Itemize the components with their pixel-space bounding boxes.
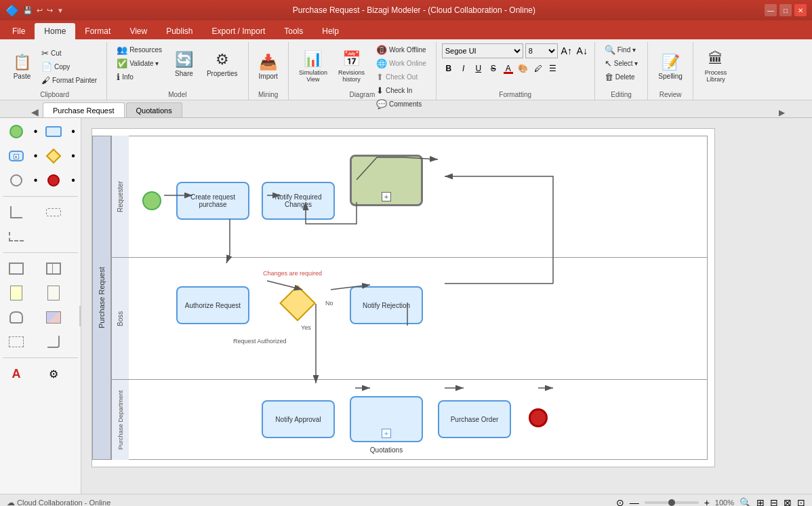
shape-circle[interactable]: [7, 171, 26, 190]
task-create-request[interactable]: Create request purchase: [176, 182, 249, 220]
bold-button[interactable]: B: [442, 62, 455, 75]
font-size-selector[interactable]: 8: [525, 43, 558, 58]
work-online-button[interactable]: 🌐 Work Online: [372, 57, 430, 70]
tab-publish[interactable]: Publish: [157, 23, 202, 39]
spelling-button[interactable]: 📝 Spelling: [653, 43, 687, 90]
shape-cylinder[interactable]: [7, 308, 26, 327]
font-selector[interactable]: Segoe UI: [442, 43, 523, 58]
zoom-slider[interactable]: [645, 501, 699, 504]
view-actual-button[interactable]: ⊞: [756, 497, 765, 507]
maximize-button[interactable]: □: [779, 4, 792, 16]
view-grid-button[interactable]: ⊠: [784, 497, 792, 507]
info-button[interactable]: ℹ Info: [113, 71, 166, 83]
shape-grid-table[interactable]: [44, 259, 63, 278]
statusbar: ☁ Cloud Collaboration - Online ⊙ — + 100…: [0, 494, 812, 506]
view-page-button[interactable]: ⊟: [770, 497, 778, 507]
format-painter-button[interactable]: 🖌 Format Painter: [37, 74, 101, 87]
lane-label-boss: Boss: [111, 258, 129, 379]
shape-corner-flow[interactable]: [7, 203, 26, 222]
subprocess-top[interactable]: +: [350, 155, 423, 206]
doc-tab-purchase-request[interactable]: Purchase Request: [43, 102, 125, 117]
sidebar-separator-1: [3, 196, 78, 197]
delete-button[interactable]: 🗑 Delete: [601, 71, 643, 83]
border-color-button[interactable]: 🖊: [531, 62, 545, 75]
sidebar: ◀ • • + • •: [0, 118, 81, 494]
close-button[interactable]: ✕: [794, 4, 807, 16]
tab-export-import[interactable]: Export / Import: [203, 23, 275, 39]
check-out-button[interactable]: ⬆ Check Out: [372, 71, 430, 83]
subprocess-quotations[interactable]: +: [350, 396, 423, 442]
shape-text-A[interactable]: A: [7, 364, 26, 383]
shape-note[interactable]: [7, 284, 26, 303]
tab-file[interactable]: File: [3, 23, 35, 39]
shape-start-event[interactable]: [7, 122, 26, 141]
task-notify-required[interactable]: Notify Required Changes: [262, 182, 335, 220]
font-color-button[interactable]: A: [502, 62, 515, 75]
font-grow-button[interactable]: A↑: [560, 44, 573, 58]
zoom-out-button[interactable]: —: [630, 497, 639, 507]
tab-scroll-right[interactable]: ▶: [779, 108, 785, 117]
sidebar-separator-3: [3, 357, 78, 358]
shape-image[interactable]: [44, 308, 63, 327]
start-event[interactable]: [142, 191, 161, 210]
font-shrink-button[interactable]: A↓: [575, 44, 589, 58]
ribbon-group-formatting: Segoe UI 8 A↑ A↓ B I U S A 🎨 🖊 ☰ Formatt…: [437, 42, 595, 100]
shape-paper[interactable]: [44, 284, 63, 303]
doc-tab-quotations[interactable]: Quotations: [126, 102, 182, 117]
shape-task[interactable]: [44, 122, 63, 141]
view-layout-button[interactable]: ⊡: [797, 497, 805, 507]
task-notify-approval[interactable]: Notify Approval: [262, 400, 335, 438]
fill-color-button[interactable]: 🎨: [516, 62, 530, 75]
work-offline-button[interactable]: 📵 Work Offline: [372, 43, 430, 56]
label-changes-required: Changes are required: [263, 270, 322, 277]
resources-button[interactable]: 👥 Resources: [113, 43, 166, 56]
strikethrough-button[interactable]: S: [487, 62, 500, 75]
properties-button[interactable]: ⚙ Properties: [202, 43, 243, 84]
tab-format[interactable]: Format: [75, 23, 120, 39]
window-controls[interactable]: — □ ✕: [765, 4, 807, 16]
tab-home[interactable]: Home: [35, 23, 75, 39]
find-button[interactable]: 🔍 Find ▾: [601, 43, 643, 56]
process-library-button[interactable]: 🏛 ProcessLibrary: [699, 43, 733, 90]
revisions-history-button[interactable]: 📅 Revisionshistory: [333, 43, 369, 90]
tab-tools[interactable]: Tools: [275, 23, 312, 39]
task-authorize[interactable]: Authorize Request: [176, 286, 249, 324]
shape-gateway[interactable]: [44, 147, 63, 166]
ribbon-group-mining: 📥 Import Mining: [249, 42, 289, 100]
shape-arrow-corner[interactable]: [44, 332, 63, 351]
shape-dashed-flow[interactable]: [44, 203, 63, 222]
canvas-diagram: Purchase Request Requester Create reques…: [92, 128, 715, 467]
minimize-button[interactable]: —: [765, 4, 777, 16]
shape-gear[interactable]: ⚙: [44, 364, 63, 383]
view-fit-button[interactable]: 🔍: [739, 497, 751, 507]
shape-dashed-rect[interactable]: [7, 332, 26, 351]
select-button[interactable]: ↖ Select ▾: [601, 57, 643, 70]
back-button[interactable]: ◀: [27, 106, 43, 117]
title-bar-app-icons: 🔷 💾 ↩ ↪ ▼: [5, 4, 64, 17]
shape-square[interactable]: [7, 259, 26, 278]
simulation-view-button[interactable]: 📊 SimulationView: [294, 43, 332, 90]
copy-button[interactable]: 📄 Copy: [37, 60, 101, 73]
shape-subprocess[interactable]: +: [7, 147, 26, 166]
fit-page-button[interactable]: ⊙: [616, 497, 624, 507]
shape-dot-separator2: •: [71, 125, 74, 138]
share-button[interactable]: 🔄 Share: [170, 43, 198, 84]
tab-help[interactable]: Help: [312, 23, 348, 39]
end-event[interactable]: [529, 408, 548, 427]
underline-button[interactable]: U: [472, 62, 485, 75]
gateway[interactable]: [279, 285, 316, 322]
align-button[interactable]: ☰: [546, 62, 560, 75]
tab-view[interactable]: View: [120, 23, 157, 39]
shape-angled-dashed[interactable]: [7, 227, 26, 246]
cut-button[interactable]: ✂ Cut: [37, 47, 101, 60]
task-notify-rejection[interactable]: Notify Rejection: [350, 286, 423, 324]
validate-button[interactable]: ✅ Validate ▾: [113, 57, 166, 70]
comments-button[interactable]: 💬 Comments: [372, 98, 430, 111]
zoom-in-button[interactable]: +: [704, 497, 710, 507]
import-button[interactable]: 📥 Import: [254, 43, 283, 90]
task-purchase-order[interactable]: Purchase Order: [438, 400, 511, 438]
paste-button[interactable]: 📋 Paste: [8, 43, 36, 90]
italic-button[interactable]: I: [457, 62, 470, 75]
shape-end-event[interactable]: [44, 171, 63, 190]
canvas[interactable]: Purchase Request Requester Create reques…: [81, 118, 812, 494]
